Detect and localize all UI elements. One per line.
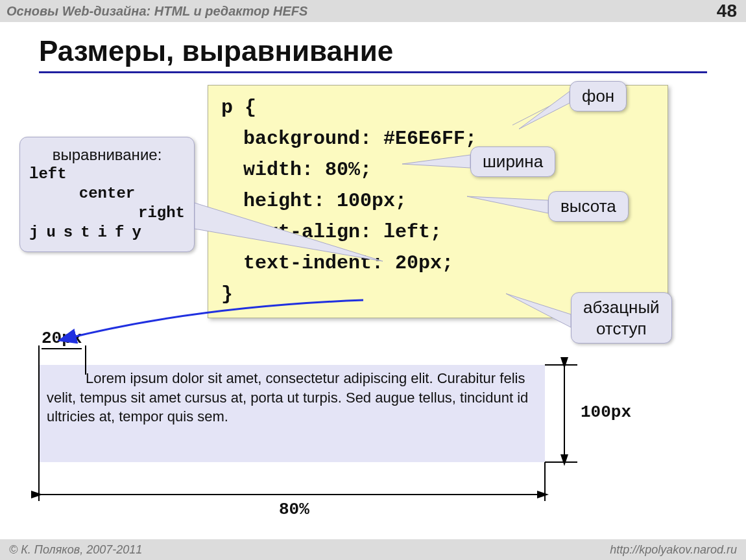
callout-indent-line2: отступ <box>596 319 647 338</box>
slide-stage: p { background: #E6E6FF; width: 80%; hei… <box>0 73 746 540</box>
code-line-bg: background: #E6E6FF; <box>221 123 655 154</box>
footer-copyright: © К. Поляков, 2007-2011 <box>9 543 142 557</box>
align-value-center: center <box>29 184 185 204</box>
align-value-right: right <box>29 204 185 223</box>
sample-text: Lorem ipsum dolor sit amet, consectetur … <box>47 370 528 425</box>
align-value-justify: justify <box>29 223 185 242</box>
code-line-width: width: 80%; <box>221 154 655 185</box>
callout-width: ширина <box>470 146 555 177</box>
footer-bar: © К. Поляков, 2007-2011 http://kpolyakov… <box>0 539 746 560</box>
page-number: 48 <box>717 1 737 21</box>
callout-align: выравнивание: left center right justify <box>19 137 195 252</box>
align-value-left: left <box>29 165 185 184</box>
footer-url: http://kpolyakov.narod.ru <box>610 543 737 557</box>
dim-label-indent: 20px <box>42 329 82 349</box>
dim-label-height: 100px <box>581 402 631 422</box>
slide-title: Размеры, выравнивание <box>39 35 746 67</box>
callout-indent-line1: абзацный <box>583 298 660 317</box>
callout-height: высота <box>548 191 629 222</box>
callout-indent: абзацный отступ <box>571 292 672 344</box>
sample-paragraph: Lorem ipsum dolor sit amet, consectetur … <box>39 365 545 462</box>
code-line-indent: text-indent: 20px; <box>221 248 655 279</box>
header-bar: Основы Web-дизайна: HTML и редактор HEFS… <box>0 0 746 22</box>
callout-background: фон <box>570 81 627 111</box>
callout-align-title: выравнивание: <box>29 145 185 165</box>
dim-label-width: 80% <box>279 500 309 519</box>
header-title: Основы Web-дизайна: HTML и редактор HEFS <box>6 4 307 19</box>
